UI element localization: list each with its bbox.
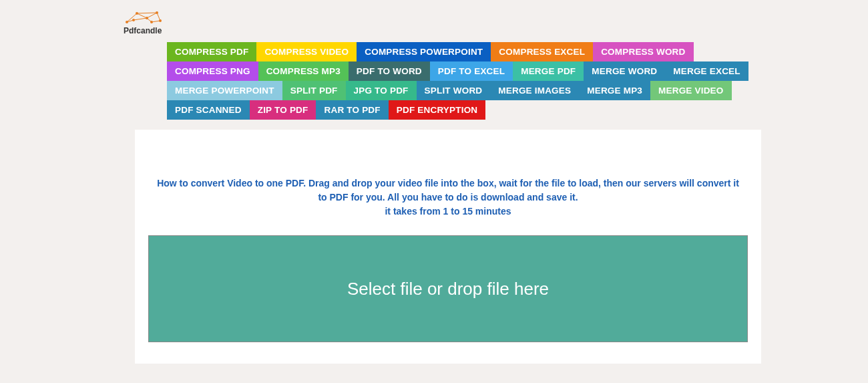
svg-line-15 [137, 13, 157, 13]
nav-item-merge-images[interactable]: MERGE IMAGES [490, 81, 579, 100]
nav-item-compress-video[interactable]: COMPRESS VIDEO [256, 42, 357, 61]
header: Pdfcandle [0, 0, 868, 42]
nav-item-pdf-encryption[interactable]: PDF ENCRYPTION [389, 100, 486, 120]
nav-item-zip-to-pdf[interactable]: ZIP TO PDF [250, 100, 316, 120]
nav-item-compress-png[interactable]: COMPRESS PNG [167, 61, 258, 81]
nav-item-compress-pdf[interactable]: COMPRESS PDF [167, 42, 256, 61]
svg-line-8 [137, 13, 147, 18]
file-dropzone[interactable]: Select file or drop file here [148, 235, 748, 342]
nav-item-split-word[interactable]: SPLIT WORD [417, 81, 491, 100]
nav-item-merge-powerpoint[interactable]: MERGE POWERPOINT [167, 81, 282, 100]
nav-item-merge-excel[interactable]: MERGE EXCEL [665, 61, 748, 81]
nav-item-compress-word[interactable]: COMPRESS WORD [593, 42, 693, 61]
svg-line-14 [152, 21, 160, 22]
logo-icon [124, 10, 164, 25]
instruction-line2: it takes from 1 to 15 minutes [385, 206, 511, 217]
svg-line-13 [147, 18, 152, 22]
svg-line-9 [147, 13, 157, 18]
nav-item-merge-mp3[interactable]: MERGE MP3 [579, 81, 650, 100]
logo[interactable]: Pdfcandle [124, 10, 184, 35]
nav-item-pdf-scanned[interactable]: PDF SCANNED [167, 100, 250, 120]
nav-item-split-pdf[interactable]: SPLIT PDF [282, 81, 346, 100]
nav-item-compress-powerpoint[interactable]: COMPRESS POWERPOINT [357, 42, 491, 61]
nav-item-pdf-to-word[interactable]: PDF TO WORD [349, 61, 430, 81]
dropzone-label: Select file or drop file here [347, 279, 549, 299]
nav-menu: COMPRESS PDFCOMPRESS VIDEOCOMPRESS POWER… [167, 42, 761, 120]
instruction-line1: How to convert Video to one PDF. Drag an… [157, 178, 739, 203]
nav-item-jpg-to-pdf[interactable]: JPG TO PDF [346, 81, 417, 100]
nav-item-merge-word[interactable]: MERGE WORD [584, 61, 665, 81]
logo-text: Pdfcandle [124, 26, 162, 35]
nav-item-compress-excel[interactable]: COMPRESS EXCEL [491, 42, 593, 61]
nav-item-merge-pdf[interactable]: MERGE PDF [513, 61, 584, 81]
svg-line-12 [134, 18, 147, 20]
svg-line-10 [157, 13, 160, 21]
instructions: How to convert Video to one PDF. Drag an… [148, 176, 748, 219]
nav-item-rar-to-pdf[interactable]: RAR TO PDF [316, 100, 388, 120]
content-area: How to convert Video to one PDF. Drag an… [135, 130, 761, 364]
nav-item-merge-video[interactable]: MERGE VIDEO [650, 81, 731, 100]
nav-item-pdf-to-excel[interactable]: PDF TO EXCEL [430, 61, 513, 81]
nav-item-compress-mp3[interactable]: COMPRESS MP3 [258, 61, 349, 81]
